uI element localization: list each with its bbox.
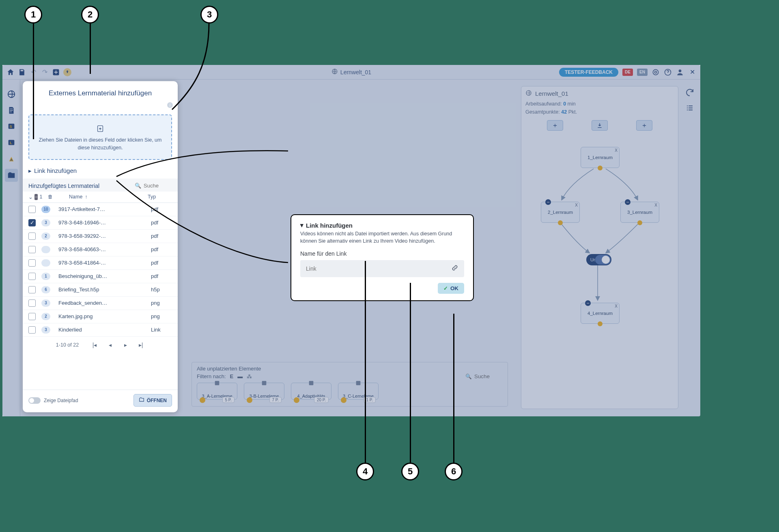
user-icon[interactable] xyxy=(676,68,684,76)
world-title-text: Lernwelt_01 xyxy=(340,69,371,75)
link-url-input[interactable] xyxy=(306,265,451,272)
unplaced-elements-panel: Alle unplatzierten Elemente Filtern nach… xyxy=(192,362,508,407)
graph-operator-and[interactable]: Und xyxy=(586,254,611,265)
graph-node-4[interactable]: −X4_Lernraum xyxy=(581,303,620,324)
row-checkbox[interactable] xyxy=(28,286,36,293)
chevron-down-icon[interactable]: ▾ xyxy=(300,222,303,229)
row-checkbox[interactable] xyxy=(28,313,36,320)
nav-adaptivity-icon[interactable]: A xyxy=(5,153,18,166)
chevron-down-icon[interactable]: ⌄ xyxy=(28,194,33,200)
callout-5: 5 xyxy=(401,463,419,480)
row-badge: 1 xyxy=(41,273,50,280)
lang-en-badge[interactable]: EN xyxy=(637,69,648,76)
nav-folder-icon[interactable] xyxy=(5,169,18,182)
row-name: Bescheinigung_üb… xyxy=(58,273,151,279)
row-checkbox[interactable] xyxy=(28,233,36,240)
show-path-toggle[interactable] xyxy=(28,397,41,404)
unplaced-card[interactable]: 3_A-Lerneleme5 P. xyxy=(197,383,237,400)
callout-3: 3 xyxy=(200,6,218,24)
upload-active-icon[interactable] xyxy=(63,68,71,76)
svg-rect-12 xyxy=(215,381,219,386)
list-icon[interactable] xyxy=(685,103,695,113)
header-checkbox[interactable]: − xyxy=(34,194,38,200)
unplaced-search[interactable]: 🔍 xyxy=(465,373,503,379)
refresh-icon[interactable] xyxy=(685,88,695,97)
point-dot-icon xyxy=(200,397,205,403)
svg-point-3 xyxy=(655,71,657,73)
unplaced-card[interactable]: 3-B-Lerneleme7 P. xyxy=(244,383,284,400)
page-first[interactable]: |◂ xyxy=(91,342,98,348)
row-badge: 3 xyxy=(41,326,50,334)
add-icon[interactable] xyxy=(52,68,60,76)
sort-asc-icon[interactable]: ↑ xyxy=(85,194,87,200)
help-icon[interactable] xyxy=(664,68,672,76)
trash-icon[interactable]: 🗑 xyxy=(48,194,53,200)
callout-4: 4 xyxy=(356,463,374,480)
row-checkbox[interactable] xyxy=(28,273,36,280)
svg-rect-15 xyxy=(356,381,361,386)
element-icon xyxy=(214,380,220,386)
added-material-title: Hinzufgefügtes Lernmaterial xyxy=(28,183,99,189)
ok-button[interactable]: ✓ OK xyxy=(438,283,464,294)
unplaced-card[interactable]: 3_C-Lerneleme1 P. xyxy=(338,383,379,400)
home-icon[interactable] xyxy=(6,68,15,76)
link-input-row xyxy=(300,260,464,277)
graph-node-3[interactable]: −X3_Lernraum xyxy=(620,202,659,223)
nav-world-icon[interactable] xyxy=(5,88,18,101)
toolbar-right: TESTER-FEEDBACK DE EN ✕ xyxy=(559,68,696,77)
row-badge: 3 xyxy=(41,219,50,226)
overview-add-button[interactable]: ＋ xyxy=(547,120,563,131)
row-checkbox[interactable] xyxy=(28,326,36,334)
filter-cluster-icon[interactable]: ⁂ xyxy=(247,373,252,379)
page-next[interactable]: ▸ xyxy=(122,342,129,348)
table-row[interactable]: 3KinderliedLink xyxy=(23,323,178,337)
folder-icon xyxy=(139,397,144,404)
target-icon[interactable] xyxy=(652,68,660,76)
page-last[interactable]: ▸| xyxy=(137,342,144,348)
filter-shape-icon[interactable]: ▬ xyxy=(237,373,243,379)
save-icon[interactable] xyxy=(18,68,26,76)
table-row[interactable]: 6Briefing_Test.h5ph5p xyxy=(23,283,178,297)
close-icon[interactable]: ✕ xyxy=(688,68,696,76)
row-checkbox[interactable] xyxy=(28,206,36,213)
col-name[interactable]: Name xyxy=(69,194,82,200)
show-path-label: Zeige Dateipfad xyxy=(44,398,78,403)
open-button[interactable]: ÖFFNEN xyxy=(133,394,172,407)
dropzone-text: Ziehen Sie Dateien in dieses Feld oder k… xyxy=(39,137,162,151)
unplaced-search-input[interactable] xyxy=(474,373,503,379)
row-checkbox[interactable] xyxy=(28,259,36,267)
svg-rect-13 xyxy=(262,381,267,386)
overview-download-button[interactable] xyxy=(592,120,608,131)
nav-document-icon[interactable] xyxy=(5,104,18,117)
graph-canvas[interactable]: X1_Lernraum −X2_Lernraum −X3_Lernraum Un… xyxy=(525,139,674,342)
row-badge: 10 xyxy=(41,206,50,213)
row-type: h5p xyxy=(151,286,172,293)
unplaced-card[interactable]: 4_Adaptivitäts20 P. xyxy=(291,383,331,400)
check-icon: ✓ xyxy=(443,285,448,291)
unplaced-title: Alle unplatzierten Elemente xyxy=(197,366,503,372)
filter-type-icon[interactable]: E xyxy=(230,373,234,379)
row-checkbox[interactable]: ✓ xyxy=(28,219,36,226)
globe-icon xyxy=(331,68,338,76)
point-dot-icon xyxy=(247,397,252,403)
page-prev[interactable]: ◂ xyxy=(106,342,114,348)
row-checkbox[interactable] xyxy=(28,299,36,307)
nav-learning-icon[interactable]: L xyxy=(5,136,18,149)
nav-scenario-icon[interactable]: S xyxy=(5,120,18,133)
row-checkbox[interactable] xyxy=(28,246,36,253)
row-type: Link xyxy=(151,327,172,333)
row-name: Kinderlied xyxy=(58,327,151,333)
row-type: pdf xyxy=(151,273,172,279)
svg-text:A: A xyxy=(10,158,13,162)
overview-add2-button[interactable]: ＋ xyxy=(636,120,652,131)
graph-node-2[interactable]: −X2_Lernraum xyxy=(541,202,580,223)
element-icon xyxy=(355,380,362,386)
graph-node-1[interactable]: X1_Lernraum xyxy=(581,147,620,168)
table-row[interactable]: 3Feedback_senden…png xyxy=(23,297,178,310)
tester-feedback-button[interactable]: TESTER-FEEDBACK xyxy=(559,68,618,77)
redo-icon[interactable]: ↷ xyxy=(41,68,49,76)
table-row[interactable]: 2Karten.jpg.pngpng xyxy=(23,310,178,323)
table-row[interactable]: 1Bescheinigung_üb…pdf xyxy=(23,270,178,283)
svg-rect-14 xyxy=(309,381,314,386)
lang-de-badge[interactable]: DE xyxy=(622,69,633,76)
